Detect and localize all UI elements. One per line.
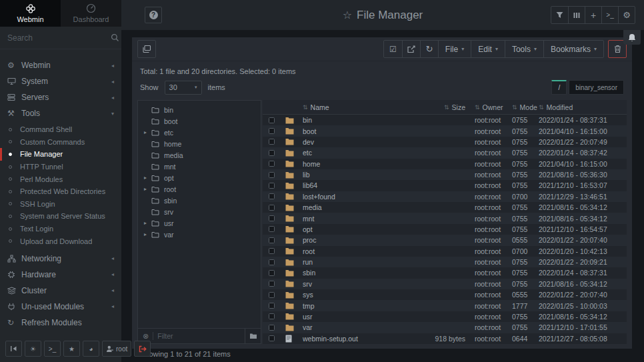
sidebar-item-servers[interactable]: Servers ◂ <box>0 89 121 105</box>
table-row[interactable]: sys root:root 0555 2022/01/22 - 20:07:40 <box>263 289 627 300</box>
tree-item[interactable]: ▸ srv <box>138 206 261 217</box>
table-row[interactable]: etc root:root 0755 2022/01/24 - 08:37:42 <box>263 147 627 158</box>
row-checkbox[interactable] <box>269 193 275 199</box>
file-name[interactable]: sys <box>303 291 411 299</box>
file-name[interactable]: home <box>303 160 411 168</box>
table-row[interactable]: webmin-setup.out 918 bytes root:root 064… <box>263 333 627 344</box>
columns-button[interactable] <box>568 7 585 23</box>
column-header-owner[interactable]: ⇅Owner <box>475 103 512 111</box>
sidebar-subitem[interactable]: System and Server Status <box>0 210 121 223</box>
caret-right-icon[interactable]: ▸ <box>144 186 151 192</box>
favorites-button[interactable]: ★ <box>63 341 80 357</box>
row-checkbox[interactable] <box>269 117 275 123</box>
file-name[interactable]: lib <box>303 171 411 179</box>
column-header-size[interactable]: ⇅Size <box>411 103 475 111</box>
sidebar-item-networking[interactable]: Networking ◂ <box>0 251 121 267</box>
table-row[interactable]: run root:root 0755 2022/01/22 - 20:09:21 <box>263 257 627 267</box>
path-tab[interactable]: / <box>551 80 567 95</box>
file-name[interactable]: var <box>303 323 411 331</box>
row-checkbox[interactable] <box>269 270 275 276</box>
column-header-modified[interactable]: ⇅Modified <box>539 103 627 111</box>
sidebar-item-refresh-modules[interactable]: ↻ Refresh Modules <box>0 315 121 331</box>
tree-item[interactable]: ▸ media <box>138 149 261 161</box>
tree-options-button[interactable] <box>245 329 261 343</box>
row-checkbox[interactable] <box>269 303 275 309</box>
file-name[interactable]: lost+found <box>303 193 411 201</box>
table-row[interactable]: var root:root 0755 2021/12/10 - 17:01:55 <box>263 322 627 333</box>
sidebar-subitem[interactable]: HTTP Tunnel <box>0 161 121 173</box>
search-input[interactable] <box>7 33 111 43</box>
table-row[interactable]: bin root:root 0755 2022/01/24 - 08:37:31 <box>263 115 627 125</box>
paste-buffer-button[interactable] <box>137 40 156 58</box>
file-name[interactable]: opt <box>303 225 411 233</box>
caret-right-icon[interactable]: ▸ <box>144 129 151 135</box>
select-all-button[interactable]: ☑ <box>384 41 402 57</box>
sidebar-subitem[interactable]: SSH Login <box>0 198 121 211</box>
logout-button[interactable] <box>134 341 151 357</box>
table-row[interactable]: root root:root 0700 2022/01/20 - 10:42:1… <box>263 246 627 257</box>
help-button[interactable]: ? <box>145 7 162 23</box>
sidebar-subitem[interactable]: Command Shell <box>0 123 121 136</box>
table-row[interactable]: lib64 root:root 0755 2021/12/10 - 16:53:… <box>263 180 627 191</box>
row-checkbox[interactable] <box>269 226 275 232</box>
tree-item[interactable]: ▸ opt <box>138 172 261 183</box>
tree-item[interactable]: ▸ root <box>138 183 261 195</box>
column-header-mode[interactable]: ⇅Mode <box>512 103 539 111</box>
tree-item[interactable]: ▸ home <box>138 138 261 149</box>
sidebar-item-system[interactable]: System ◂ <box>0 73 121 89</box>
page-size-select[interactable]: 30 ▾ <box>165 81 202 95</box>
row-checkbox[interactable] <box>269 128 275 134</box>
file-name[interactable]: sbin <box>303 269 411 277</box>
collapse-sidebar-button[interactable] <box>5 341 22 357</box>
sidebar-item-webmin[interactable]: ⚙ Webmin ◂ <box>0 57 121 73</box>
row-checkbox[interactable] <box>269 259 275 265</box>
row-checkbox[interactable] <box>269 172 275 178</box>
tree-item[interactable]: ▸ mnt <box>138 161 261 172</box>
sidebar-subitem[interactable]: Protected Web Directories <box>0 185 121 198</box>
settings-button[interactable]: ⚙ <box>618 7 635 23</box>
refresh-button[interactable]: ↻ <box>420 41 438 57</box>
sidebar-subitem[interactable]: Perl Modules <box>0 173 121 185</box>
file-name[interactable]: webmin-setup.out <box>303 335 411 343</box>
column-header-name[interactable]: ⇅Name <box>303 103 411 111</box>
tree-item[interactable]: ▸ var <box>138 229 261 240</box>
sidebar-subitem[interactable]: File Manager <box>0 148 121 161</box>
sidebar-item-tools[interactable]: ⚒ Tools ▾ <box>0 105 121 121</box>
table-row[interactable]: home root:root 0755 2021/04/10 - 16:15:0… <box>263 159 627 169</box>
tree-item[interactable]: ▸ bin <box>138 104 261 115</box>
palette-button[interactable]: ◕ <box>83 341 99 357</box>
table-row[interactable]: lost+found root:root 0700 2021/12/29 - 1… <box>263 191 627 202</box>
row-checkbox[interactable] <box>269 313 275 319</box>
tree-item[interactable]: ▸ sbin <box>138 195 261 206</box>
row-checkbox[interactable] <box>269 139 275 145</box>
terminal-button[interactable]: >_ <box>601 7 618 23</box>
tree-item[interactable]: ▸ usr <box>138 217 261 229</box>
sidebar-subitem[interactable]: Custom Commands <box>0 136 121 149</box>
file-name[interactable]: media <box>303 203 411 211</box>
add-button[interactable]: + <box>585 7 601 23</box>
row-checkbox[interactable] <box>269 150 275 156</box>
table-row[interactable]: srv root:root 0755 2021/08/16 - 05:34:12 <box>263 279 627 289</box>
sidebar-item-hardware[interactable]: Hardware ◂ <box>0 267 121 283</box>
file-name[interactable]: tmp <box>303 302 411 310</box>
table-row[interactable]: boot root:root 0755 2021/04/10 - 16:15:0… <box>263 125 627 136</box>
export-button[interactable] <box>402 41 420 57</box>
caret-right-icon[interactable]: ▸ <box>144 231 151 237</box>
tools-menu[interactable]: Tools▾ <box>505 41 543 57</box>
row-checkbox[interactable] <box>269 325 275 331</box>
table-row[interactable]: proc root:root 0555 2022/01/22 - 20:07:4… <box>263 235 627 245</box>
table-row[interactable]: opt root:root 0755 2021/12/10 - 16:54:57 <box>263 224 627 235</box>
path-tab[interactable]: binary_sensor <box>569 80 624 95</box>
row-checkbox[interactable] <box>269 281 275 287</box>
table-row[interactable]: mnt root:root 0755 2021/08/16 - 05:34:12 <box>263 213 627 223</box>
table-row[interactable]: media root:root 0755 2021/08/16 - 05:34:… <box>263 202 627 213</box>
row-checkbox[interactable] <box>269 205 275 211</box>
clear-filter-icon[interactable]: ⊗ <box>143 332 149 341</box>
table-row[interactable]: dev root:root 0755 2022/01/22 - 20:07:49 <box>263 137 627 147</box>
file-name[interactable]: proc <box>303 236 411 244</box>
table-row[interactable]: tmp root:root 1777 2022/01/25 - 10:00:03 <box>263 300 627 311</box>
sidebar-item-cluster[interactable]: Cluster ◂ <box>0 283 121 299</box>
file-name[interactable]: run <box>303 258 411 266</box>
favorite-star-icon[interactable]: ☆ <box>343 9 352 21</box>
filter-input[interactable] <box>157 332 245 340</box>
